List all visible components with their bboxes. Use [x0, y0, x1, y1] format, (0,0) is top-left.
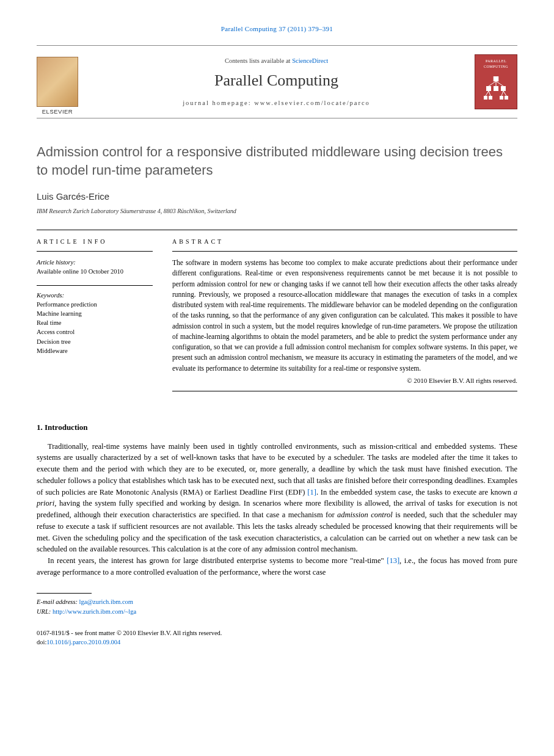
abstract-column: ABSTRACT The software in modern systems … [172, 230, 517, 391]
introduction-body: Traditionally, real-time systems have ma… [37, 441, 517, 578]
svg-line-12 [489, 91, 490, 96]
author-name: Luis Garcés-Erice [37, 190, 517, 203]
elsevier-logo-icon [37, 57, 78, 107]
url-link[interactable]: http://www.zurich.ibm.com/~lga [53, 608, 136, 615]
email-label: E-mail address: [37, 598, 79, 605]
svg-rect-2 [494, 86, 498, 91]
abstract-copyright: © 2010 Elsevier B.V. All rights reserved… [172, 376, 517, 386]
doi-prefix: doi: [37, 639, 46, 645]
contents-prefix: Contents lists available at [225, 57, 292, 64]
abstract-label: ABSTRACT [172, 238, 517, 252]
history-value: Available online 10 October 2010 [37, 268, 123, 275]
ref-13-link[interactable]: [13] [387, 556, 399, 565]
journal-name: Parallel Computing [214, 69, 338, 92]
footnote-block: E-mail address: lga@zurich.ibm.com URL: … [37, 597, 517, 618]
svg-line-14 [503, 91, 506, 96]
intro-para-1: Traditionally, real-time systems have ma… [37, 441, 517, 556]
url-label: URL: [37, 608, 53, 615]
svg-line-13 [501, 91, 503, 96]
front-matter-line: 0167-8191/$ - see front matter © 2010 El… [37, 628, 517, 638]
article-history: Article history: Available online 10 Oct… [37, 258, 153, 276]
svg-rect-5 [489, 96, 492, 100]
svg-rect-7 [505, 96, 508, 100]
history-label: Article history: [37, 258, 153, 267]
article-info-label: ARTICLE INFO [37, 238, 153, 252]
keyword-item: Performance prediction [37, 300, 153, 309]
keywords-block: Keywords: Performance prediction Machine… [37, 285, 153, 356]
homepage-line: journal homepage: www.elsevier.com/locat… [183, 98, 370, 107]
svg-line-8 [489, 81, 496, 86]
url-line: URL: http://www.zurich.ibm.com/~lga [37, 607, 517, 617]
homepage-prefix: journal homepage: [183, 100, 254, 106]
homepage-url: www.elsevier.com/locate/parco [254, 100, 370, 106]
abstract-text: The software in modern systems has becom… [172, 258, 517, 374]
banner-center: Contents lists available at ScienceDirec… [78, 54, 475, 109]
banner-left [37, 54, 78, 109]
keywords-label: Keywords: [37, 291, 153, 300]
doi-line: doi:10.1016/j.parco.2010.09.004 [37, 638, 517, 647]
svg-rect-6 [500, 96, 503, 100]
svg-line-10 [496, 81, 503, 86]
page-footer: 0167-8191/$ - see front matter © 2010 El… [37, 628, 517, 647]
article-title: Admission control for a responsive distr… [37, 143, 517, 179]
email-line: E-mail address: lga@zurich.ibm.com [37, 597, 517, 608]
svg-rect-4 [484, 96, 487, 100]
email-link[interactable]: lga@zurich.ibm.com [79, 598, 133, 605]
sciencedirect-link[interactable]: ScienceDirect [292, 57, 328, 64]
info-abstract-row: ARTICLE INFO Article history: Available … [37, 230, 517, 391]
cover-tree-icon [484, 76, 508, 107]
doi-link[interactable]: 10.1016/j.parco.2010.09.004 [46, 639, 120, 645]
citation-link[interactable]: Parallel Computing 37 (2011) 379–391 [221, 25, 333, 32]
keyword-item: Real time [37, 318, 153, 327]
svg-line-11 [486, 91, 489, 96]
keyword-item: Middleware [37, 346, 153, 355]
keyword-item: Machine learning [37, 309, 153, 318]
journal-banner: Contents lists available at ScienceDirec… [37, 45, 517, 118]
contents-line: Contents lists available at ScienceDirec… [225, 56, 328, 65]
svg-rect-0 [494, 76, 498, 81]
introduction-heading: 1. Introduction [37, 422, 517, 434]
svg-rect-3 [501, 86, 506, 91]
intro-para-2: In recent years, the interest has grown … [37, 555, 517, 578]
footnote-separator [37, 593, 92, 594]
keyword-item: Access control [37, 327, 153, 336]
svg-rect-1 [486, 86, 491, 91]
journal-cover-icon [475, 54, 517, 109]
keyword-item: Decision tree [37, 337, 153, 346]
article-info-column: ARTICLE INFO Article history: Available … [37, 230, 153, 391]
citation-header: Parallel Computing 37 (2011) 379–391 [37, 24, 517, 34]
ref-1-link[interactable]: [1] [307, 488, 316, 496]
affiliation: IBM Research Zurich Laboratory Säumerstr… [37, 207, 517, 216]
